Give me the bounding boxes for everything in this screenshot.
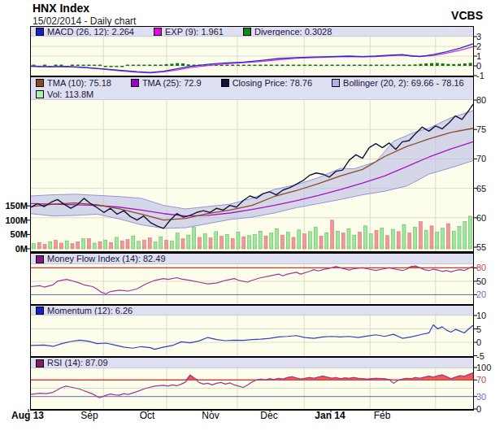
price-legend-label: Vol: 113.8M [47, 90, 93, 99]
rsi-legend: RSI (14): 87.09 [31, 358, 473, 368]
mfi-legend-swatch-icon [36, 255, 44, 263]
rsi-legend-label: RSI (14): 87.09 [47, 359, 108, 368]
x-tick-label: Aug 13 [2, 410, 54, 421]
rsi-legend-item: RSI (14): 87.09 [36, 359, 108, 368]
rsi-legend-swatch-icon [36, 359, 44, 368]
mfi-legend-label: Money Flow Index (14): 82.49 [47, 254, 166, 263]
macd-legend-item: MACD (26, 12): 2.264 [36, 28, 134, 37]
price-legend-swatch-icon [131, 79, 139, 87]
x-tick-label: Sep [63, 410, 115, 421]
mom-y-tick-label: -5 [476, 352, 484, 361]
mfi-panel: Money Flow Index (14): 82.49 [30, 253, 474, 306]
page-title: HNX Index [33, 2, 89, 15]
x-tick-label: Feb [356, 410, 408, 421]
mom-y-tick-label: 5 [476, 325, 481, 334]
price-legend-swatch-icon [36, 90, 44, 98]
brand-logo: VCBS [451, 9, 483, 22]
chart-window: HNX Index 15/02/2014 - Daily chart VCBS … [0, 0, 504, 435]
price-legend-swatch-icon [332, 79, 340, 87]
rsi-panel: RSI (14): 87.09 [30, 357, 474, 411]
price-legend-swatch-icon [221, 79, 229, 87]
price-y-tick-label: 80 [476, 96, 486, 105]
mom-legend: Momentum (12): 6.26 [31, 306, 473, 315]
price-y-tick-label: 70 [476, 154, 486, 163]
mfi-y-tick-label: 80 [476, 263, 486, 272]
macd-y-tick-label: 0 [476, 62, 481, 71]
volume-tick-label: 100M [1, 216, 28, 225]
price-legend-label: Bollinger (20, 2): 69.66 - 78.16 [343, 79, 464, 88]
macd-y-tick-label: -1 [476, 72, 484, 80]
macd-legend-swatch-icon [36, 28, 44, 36]
price-legend-label: TMA (25): 72.9 [142, 79, 202, 88]
rsi-y-tick-label: 30 [476, 393, 486, 402]
mom-legend-item: Momentum (12): 6.26 [36, 307, 133, 315]
chart-subtitle: 15/02/2014 - Daily chart [33, 15, 136, 27]
x-tick-label: Dec [243, 410, 295, 421]
price-legend-item: TMA (25): 72.9 [131, 79, 202, 88]
mfi-plot [31, 264, 473, 304]
price-plot [31, 100, 473, 251]
mom-plot [31, 315, 473, 356]
price-panel: TMA (10): 75.18TMA (25): 72.9Closing Pri… [30, 76, 474, 253]
mfi-legend: Money Flow Index (14): 82.49 [31, 254, 473, 264]
macd-y-tick-label: 3 [476, 33, 481, 41]
volume-tick-label: 150M [1, 202, 28, 211]
price-y-tick-label: 55 [476, 243, 486, 252]
macd-y-tick-label: 1 [476, 52, 481, 61]
price-y-tick-label: 65 [476, 185, 486, 194]
volume-tick-label: 50M [1, 230, 28, 239]
rsi-plot [31, 368, 473, 409]
x-tick-label: Nov [185, 410, 237, 421]
rsi-y-tick-label: 0 [476, 405, 481, 414]
mom-legend-swatch-icon [36, 307, 44, 315]
price-legend: TMA (10): 75.18TMA (25): 72.9Closing Pri… [31, 77, 473, 100]
mfi-legend-item: Money Flow Index (14): 82.49 [36, 254, 166, 263]
macd-legend-item: Divergence: 0.3028 [243, 28, 332, 37]
rsi-y-tick-label: 100 [476, 363, 491, 372]
mfi-y-tick-label: 50 [476, 277, 486, 286]
price-legend-item: Vol: 113.8M [36, 90, 93, 99]
macd-legend-swatch-icon [243, 28, 251, 36]
x-tick-label: Jan 14 [304, 410, 356, 421]
volume-tick-label: 0M [1, 245, 28, 254]
mfi-y-tick-label: 20 [476, 290, 486, 299]
rsi-y-tick-label: 70 [476, 376, 486, 385]
mom-legend-label: Momentum (12): 6.26 [47, 307, 133, 315]
macd-y-tick-label: 2 [476, 42, 481, 51]
macd-legend-label: MACD (26, 12): 2.264 [47, 28, 134, 37]
macd-legend: MACD (26, 12): 2.264EXP (9): 1.961Diverg… [31, 27, 473, 37]
macd-plot [31, 37, 473, 76]
price-legend-item: TMA (10): 75.18 [36, 79, 111, 88]
price-legend-label: TMA (10): 75.18 [47, 79, 111, 88]
mom-y-tick-label: 0 [476, 338, 481, 347]
price-legend-item: Bollinger (20, 2): 69.66 - 78.16 [332, 79, 464, 88]
price-y-tick-label: 60 [476, 214, 486, 223]
price-y-tick-label: 75 [476, 125, 486, 134]
macd-legend-label: EXP (9): 1.961 [165, 28, 224, 37]
macd-legend-swatch-icon [154, 28, 162, 36]
price-legend-swatch-icon [36, 79, 44, 87]
x-tick-label: Oct [121, 410, 173, 421]
price-legend-item: Closing Price: 78.76 [221, 79, 312, 88]
mom-y-tick-label: 10 [476, 311, 486, 320]
price-legend-label: Closing Price: 78.76 [232, 79, 312, 88]
macd-legend-label: Divergence: 0.3028 [254, 28, 332, 37]
macd-panel: MACD (26, 12): 2.264EXP (9): 1.961Diverg… [30, 26, 474, 77]
momentum-panel: Momentum (12): 6.26 [30, 305, 474, 358]
macd-legend-item: EXP (9): 1.961 [154, 28, 224, 37]
